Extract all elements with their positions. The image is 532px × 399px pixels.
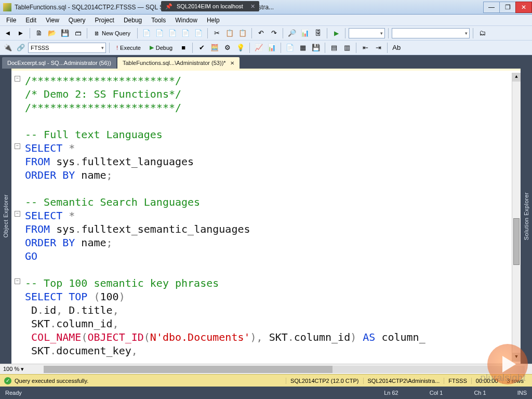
query-status-bar: ✓ Query executed successfully. SQL2014CT… bbox=[0, 374, 532, 387]
object-explorer-tab[interactable]: Object Explorer bbox=[0, 69, 11, 364]
include-client-stats-icon[interactable]: 📊 bbox=[266, 42, 277, 54]
maximize-button[interactable]: ❐ bbox=[499, 2, 516, 13]
pin-icon[interactable]: 📌 bbox=[165, 3, 172, 10]
comment-icon[interactable]: ▤ bbox=[328, 42, 340, 54]
new-project-icon[interactable]: 🗎 bbox=[33, 28, 45, 39]
xmla-query-icon[interactable]: 📄 bbox=[193, 28, 204, 39]
vertical-scrollbar[interactable]: ▲ ▼ bbox=[512, 73, 521, 362]
db-query-icon[interactable]: 📄 bbox=[141, 28, 152, 39]
minimize-button[interactable]: — bbox=[483, 2, 500, 13]
menu-tools[interactable]: Tools bbox=[147, 16, 170, 25]
menu-view[interactable]: View bbox=[42, 16, 63, 25]
execute-button[interactable]: ! Execute bbox=[113, 42, 144, 54]
find-combo[interactable] bbox=[392, 28, 470, 38]
window-controls: — ❐ ✕ bbox=[484, 2, 532, 13]
object-explorer-label: Object Explorer bbox=[3, 194, 9, 237]
outline-collapse-icon[interactable]: − bbox=[15, 278, 20, 284]
new-query-label: New Query bbox=[102, 30, 130, 36]
misc-icon[interactable]: 🗂 bbox=[476, 28, 488, 39]
parse-icon[interactable]: ✔ bbox=[196, 42, 207, 54]
scroll-thumb[interactable] bbox=[513, 218, 520, 265]
status-time: 00:00:00 bbox=[471, 378, 502, 384]
solution-explorer-tab[interactable]: Solution Explorer bbox=[521, 69, 532, 364]
intellisense-icon[interactable]: 💡 bbox=[235, 42, 246, 54]
scroll-up-icon[interactable]: ▲ bbox=[512, 73, 521, 82]
registered-servers-icon[interactable]: 🗄 bbox=[312, 28, 324, 39]
scroll-down-icon[interactable]: ▼ bbox=[512, 353, 521, 362]
standard-toolbar: ◄ ► 🗎 📂 💾 🗃 🗎 New Query 📄 📄 📄 📄 📄 ✂ 📋 📋 … bbox=[0, 26, 532, 41]
query-options-icon[interactable]: ⚙ bbox=[222, 42, 233, 54]
menu-debug[interactable]: Debug bbox=[119, 16, 146, 25]
mdx-query-icon[interactable]: 📄 bbox=[167, 28, 178, 39]
cut-icon[interactable]: ✂ bbox=[211, 28, 222, 39]
back-icon[interactable]: ◄ bbox=[2, 28, 14, 39]
tab-close-icon[interactable]: ✕ bbox=[230, 60, 234, 66]
decrease-indent-icon[interactable]: ⇤ bbox=[360, 42, 371, 54]
outline-collapse-icon[interactable]: − bbox=[15, 76, 20, 82]
menu-edit[interactable]: Edit bbox=[21, 16, 41, 25]
menu-help[interactable]: Help bbox=[203, 16, 224, 25]
tab-label: DocExcerpt.sql - SQ...Administrator (56)… bbox=[7, 60, 111, 66]
results-to-grid-icon[interactable]: ▦ bbox=[297, 42, 309, 54]
results-to-text-icon[interactable]: 📄 bbox=[284, 42, 296, 54]
copy-icon[interactable]: 📋 bbox=[224, 28, 235, 39]
code-content[interactable]: /***********************/ /* Demo 2: SS … bbox=[25, 74, 521, 357]
tab-docexcerpt[interactable]: DocExcerpt.sql - SQ...Administrator (56)… bbox=[2, 57, 116, 69]
menu-project[interactable]: Project bbox=[91, 16, 118, 25]
success-icon: ✓ bbox=[4, 377, 11, 384]
results-to-file-icon[interactable]: 💾 bbox=[310, 42, 322, 54]
outline-collapse-icon[interactable]: − bbox=[15, 143, 20, 149]
menu-bar: File Edit View Query Project Debug Tools… bbox=[0, 15, 532, 26]
connection-tab[interactable]: 📌 SQL2014EIM on localhost ✕ bbox=[161, 1, 259, 11]
save-all-icon[interactable]: 🗃 bbox=[72, 28, 84, 39]
menu-query[interactable]: Query bbox=[64, 16, 90, 25]
change-connection-icon[interactable]: 🔗 bbox=[15, 42, 26, 54]
tab-label: TableFunctions.sql...\Administrator (53)… bbox=[123, 60, 226, 66]
status-ready: Ready bbox=[5, 390, 68, 396]
uncomment-icon[interactable]: ▥ bbox=[341, 42, 353, 54]
app-icon bbox=[3, 3, 11, 11]
code-outline: − − − − bbox=[15, 75, 22, 360]
zoom-value: 100 % bbox=[3, 366, 19, 372]
find-icon[interactable]: 🔎 bbox=[286, 28, 298, 39]
open-icon[interactable]: 📂 bbox=[46, 28, 58, 39]
execute-label: Execute bbox=[120, 45, 141, 51]
connect-icon[interactable]: 🔌 bbox=[2, 42, 14, 54]
horizontal-scrollbar[interactable] bbox=[44, 366, 525, 373]
cancel-query-icon[interactable]: ■ bbox=[178, 42, 189, 54]
menu-file[interactable]: File bbox=[2, 16, 20, 25]
include-actual-plan-icon[interactable]: 📈 bbox=[253, 42, 264, 54]
database-combo[interactable]: FTSSS bbox=[28, 43, 106, 53]
sql-editor-toolbar: 🔌 🔗 FTSSS ! Execute ▶ Debug ■ ✔ 🧮 ⚙ 💡 📈 … bbox=[0, 41, 532, 55]
new-query-button[interactable]: 🗎 New Query bbox=[90, 28, 134, 39]
debug-button[interactable]: ▶ Debug bbox=[146, 42, 176, 54]
analysis-query-icon[interactable]: 📄 bbox=[154, 28, 165, 39]
dmx-query-icon[interactable]: 📄 bbox=[180, 28, 191, 39]
outline-collapse-icon[interactable]: − bbox=[15, 211, 20, 217]
status-text: Query executed successfully. bbox=[15, 378, 88, 384]
paste-icon[interactable]: 📋 bbox=[237, 28, 248, 39]
status-db: FTSSS bbox=[444, 378, 471, 384]
activity-icon[interactable]: 📊 bbox=[299, 28, 311, 39]
redo-icon[interactable]: ↷ bbox=[268, 28, 280, 39]
close-icon[interactable]: ✕ bbox=[250, 3, 255, 10]
specify-values-icon[interactable]: Ab bbox=[391, 42, 402, 54]
increase-indent-icon[interactable]: ⇥ bbox=[373, 42, 384, 54]
query-status-message: ✓ Query executed successfully. bbox=[4, 377, 88, 384]
sql-editor[interactable]: − − − − /***********************/ /* Dem… bbox=[11, 69, 521, 364]
save-icon[interactable]: 💾 bbox=[59, 28, 71, 39]
document-tabstrip: DocExcerpt.sql - SQ...Administrator (56)… bbox=[0, 55, 532, 69]
status-ch: Ch 1 bbox=[474, 390, 486, 396]
debug-label: Debug bbox=[156, 45, 172, 51]
hscroll-thumb[interactable] bbox=[44, 366, 332, 373]
tab-tablefunctions[interactable]: TableFunctions.sql...\Administrator (53)… bbox=[117, 57, 240, 69]
start-icon[interactable]: ▶ bbox=[330, 28, 342, 39]
menu-window[interactable]: Window bbox=[171, 16, 202, 25]
connection-label: SQL2014EIM on localhost bbox=[177, 3, 243, 9]
close-button[interactable]: ✕ bbox=[515, 2, 532, 13]
zoom-combo[interactable]: 100 % ▾ bbox=[3, 366, 39, 373]
solution-config-combo[interactable] bbox=[349, 28, 385, 38]
estimated-plan-icon[interactable]: 🧮 bbox=[209, 42, 220, 54]
forward-icon[interactable]: ► bbox=[15, 28, 26, 39]
undo-icon[interactable]: ↶ bbox=[255, 28, 267, 39]
